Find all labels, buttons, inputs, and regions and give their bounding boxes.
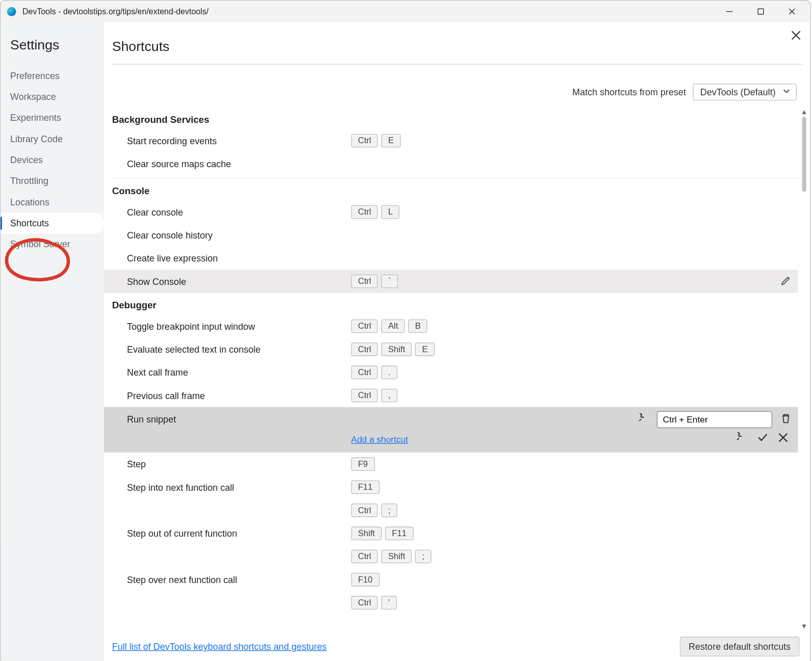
row-show-console[interactable]: Show Console Ctrl ` [104,270,798,293]
confirm-icon[interactable] [757,432,768,446]
row-clear-sourcemaps[interactable]: Clear source maps cache [104,152,798,175]
preset-label: Match shortcuts from preset [572,87,686,97]
cancel-icon[interactable] [778,432,789,446]
row-label: Show Console [127,276,351,286]
row-label: Step [127,459,351,469]
svg-point-0 [7,7,16,16]
row-label: Start recording events [127,136,351,146]
key-chip: F9 [351,457,374,471]
scroll-up-icon[interactable]: ▲ [801,108,807,116]
row-next-call-frame[interactable]: Next call frame Ctrl . [104,361,798,384]
row-label: Step into next function call [127,482,351,492]
row-clear-console-history[interactable]: Clear console history [104,224,798,247]
revert-icon[interactable] [639,413,650,427]
key-chip: Shift [351,526,382,540]
settings-sidebar: Settings Preferences Workspace Experimen… [1,22,104,661]
row-toggle-breakpoint[interactable]: Toggle breakpoint input window Ctrl Alt … [104,314,798,337]
row-label: Step over next function call [127,574,351,585]
trash-icon[interactable] [780,413,791,427]
sidebar-item-experiments[interactable]: Experiments [1,108,104,128]
key-chip: F11 [351,481,379,494]
row-label: Run snippet [127,414,328,425]
row-step-out[interactable]: Step out of current function Shift F11 [104,522,798,545]
sidebar-item-throttling[interactable]: Throttling [1,171,104,192]
row-label: Evaluate selected text in console [127,344,351,354]
key-chip: Ctrl [351,550,378,564]
sidebar-item-label: Throttling [10,176,48,186]
sidebar-item-label: Preferences [10,71,60,81]
page-title: Shortcuts [112,22,802,65]
sidebar-item-locations[interactable]: Locations [1,192,104,213]
undo-icon[interactable] [737,432,748,446]
key-chip: ; [415,550,431,564]
sidebar-item-label: Library Code [10,134,63,144]
key-chip: Ctrl [351,320,378,333]
key-chip: Alt [382,320,405,333]
row-label: Previous call frame [127,390,351,401]
scroll-down-icon[interactable]: ▼ [801,622,807,630]
row-create-live-expression[interactable]: Create live expression [104,247,798,270]
settings-main: Shortcuts Match shortcuts from preset De… [104,22,810,661]
row-step-into-alt[interactable]: Ctrl ; [104,499,798,522]
sidebar-item-devices[interactable]: Devices [1,149,104,170]
sidebar-item-label: Locations [10,197,49,207]
shortcut-input[interactable] [657,411,772,428]
row-label: Step out of current function [127,528,351,539]
row-start-recording[interactable]: Start recording events Ctrl E [104,129,798,152]
row-step-out-alt[interactable]: Ctrl Shift ; [104,545,798,568]
key-chip: E [382,134,401,148]
row-step-over-alt[interactable]: Ctrl ' [104,591,798,614]
restore-defaults-button[interactable]: Restore default shortcuts [680,637,800,656]
key-chip: Ctrl [351,275,378,288]
sidebar-item-label: Symbol Server [10,239,70,249]
key-chip: Ctrl [351,342,378,356]
key-chip: Ctrl [351,504,378,517]
add-shortcut-link[interactable]: Add a shortcut [351,434,408,444]
minimize-button[interactable] [714,1,745,22]
key-chip: Ctrl [351,365,378,379]
shortcuts-list: Background Services Start recording even… [104,108,798,630]
scrollbar[interactable]: ▲ ▼ [801,108,807,630]
key-chip: Ctrl [351,596,378,610]
row-evaluate-selected[interactable]: Evaluate selected text in console Ctrl S… [104,338,798,361]
pencil-icon[interactable] [780,275,791,287]
key-chip: L [382,205,400,219]
key-chip: Ctrl [351,205,378,219]
maximize-button[interactable] [745,1,776,22]
row-label: Create live expression [127,253,351,263]
key-chip: . [382,365,397,379]
sidebar-item-symbol-server[interactable]: Symbol Server [1,234,104,255]
section-header-background: Background Services [104,108,798,129]
row-label: Clear source maps cache [127,158,351,169]
row-step-into[interactable]: Step into next function call F11 [104,475,798,498]
sidebar-item-library-code[interactable]: Library Code [1,128,104,149]
row-prev-call-frame[interactable]: Previous call frame Ctrl , [104,384,798,407]
sidebar-item-preferences[interactable]: Preferences [1,65,104,86]
key-chip: Ctrl [351,134,378,148]
sidebar-item-workspace[interactable]: Workspace [1,86,104,107]
row-step[interactable]: Step F9 [104,453,798,475]
titlebar: DevTools - devtoolstips.org/tips/en/exte… [1,1,810,22]
row-clear-console[interactable]: Clear console Ctrl L [104,200,798,223]
sidebar-item-label: Experiments [10,113,61,123]
sidebar-title: Settings [1,31,104,65]
scrollbar-thumb[interactable] [802,117,806,192]
key-chip: ' [382,596,397,610]
chevron-down-icon [782,87,791,97]
close-settings-button[interactable] [791,31,801,43]
close-window-button[interactable] [776,1,807,22]
preset-select[interactable]: DevTools (Default) [693,84,797,100]
sidebar-item-shortcuts[interactable]: Shortcuts [1,213,104,233]
key-chip: E [415,342,435,356]
row-run-snippet-editing: Run snippet Add a shortcut [104,407,798,453]
key-chip: Ctrl [351,389,378,403]
full-list-link[interactable]: Full list of DevTools keyboard shortcuts… [112,642,327,652]
preset-value: DevTools (Default) [700,87,776,97]
section-header-console: Console [104,179,798,201]
row-step-over[interactable]: Step over next function call F10 [104,568,798,591]
window-title: DevTools - devtoolstips.org/tips/en/exte… [22,7,714,16]
key-chip: F11 [385,526,413,540]
sidebar-item-label: Devices [10,155,43,165]
section-header-debugger: Debugger [104,293,798,315]
row-label: Clear console [127,207,351,217]
